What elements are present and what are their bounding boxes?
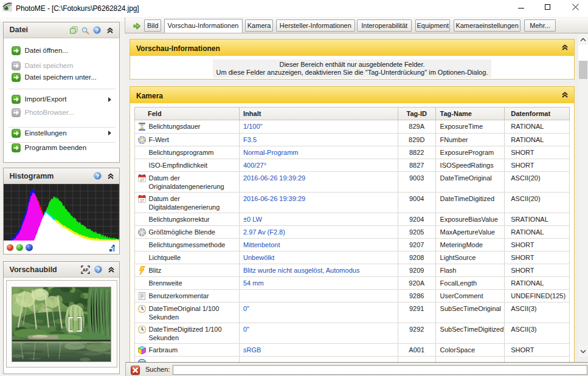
svg-text:?: ? — [95, 27, 99, 33]
svg-text:AF: AF — [83, 268, 89, 272]
svg-text:?: ? — [97, 267, 100, 273]
svg-text:17: 17 — [140, 198, 144, 202]
svg-text:?: ? — [96, 173, 99, 179]
svg-text:17: 17 — [140, 177, 144, 181]
